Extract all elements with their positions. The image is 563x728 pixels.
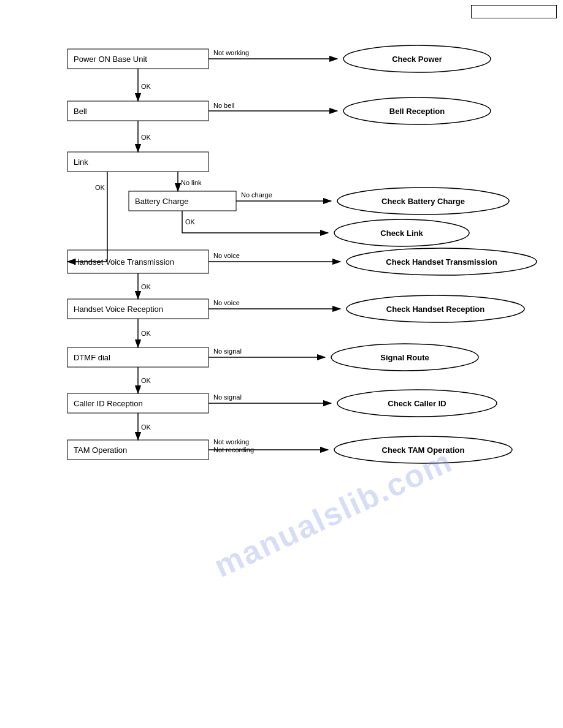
svg-text:OK: OK <box>185 218 196 226</box>
svg-text:Power ON Base Unit: Power ON Base Unit <box>74 55 147 64</box>
svg-text:Check TAM Operation: Check TAM Operation <box>382 446 465 455</box>
svg-text:Signal Route: Signal Route <box>380 353 429 362</box>
svg-text:No signal: No signal <box>213 393 242 401</box>
svg-text:Not recording: Not recording <box>213 446 254 453</box>
svg-text:No voice: No voice <box>213 252 240 259</box>
svg-text:Check Handset Transmission: Check Handset Transmission <box>386 257 497 267</box>
flowchart: Power ON Base Unit Bell Link Battery Cha… <box>61 37 540 466</box>
svg-text:Check Power: Check Power <box>392 55 442 64</box>
svg-text:No charge: No charge <box>241 191 272 199</box>
svg-text:Handset Voice Reception: Handset Voice Reception <box>74 305 163 314</box>
svg-text:No bell: No bell <box>213 102 234 109</box>
svg-text:OK: OK <box>95 184 105 191</box>
top-right-box <box>471 5 557 18</box>
svg-text:Not working: Not working <box>213 438 249 446</box>
svg-text:Check Battery Charge: Check Battery Charge <box>381 197 465 206</box>
svg-text:OK: OK <box>141 83 151 90</box>
svg-text:No link: No link <box>181 179 202 186</box>
svg-text:Bell Reception: Bell Reception <box>389 107 445 116</box>
svg-rect-2 <box>67 101 209 121</box>
svg-text:Check Caller ID: Check Caller ID <box>388 399 446 408</box>
svg-text:Bell: Bell <box>74 107 87 116</box>
svg-text:OK: OK <box>141 377 151 384</box>
svg-text:Battery Charge: Battery Charge <box>135 197 188 206</box>
svg-text:No voice: No voice <box>213 299 240 306</box>
svg-text:Check Handset Reception: Check Handset Reception <box>386 305 484 314</box>
svg-text:OK: OK <box>141 330 151 337</box>
svg-text:Link: Link <box>74 157 88 167</box>
page-container: Power ON Base Unit Bell Link Battery Cha… <box>0 0 563 728</box>
svg-rect-4 <box>67 152 209 172</box>
svg-text:DTMF dial: DTMF dial <box>74 353 110 362</box>
svg-text:Check Link: Check Link <box>380 229 423 238</box>
svg-text:No signal: No signal <box>213 347 242 355</box>
svg-text:OK: OK <box>141 134 151 141</box>
svg-text:Caller ID Reception: Caller ID Reception <box>74 399 143 408</box>
svg-text:OK: OK <box>141 283 151 290</box>
svg-text:Not working: Not working <box>213 49 249 56</box>
svg-text:TAM Operation: TAM Operation <box>74 446 127 455</box>
svg-text:OK: OK <box>141 423 151 431</box>
